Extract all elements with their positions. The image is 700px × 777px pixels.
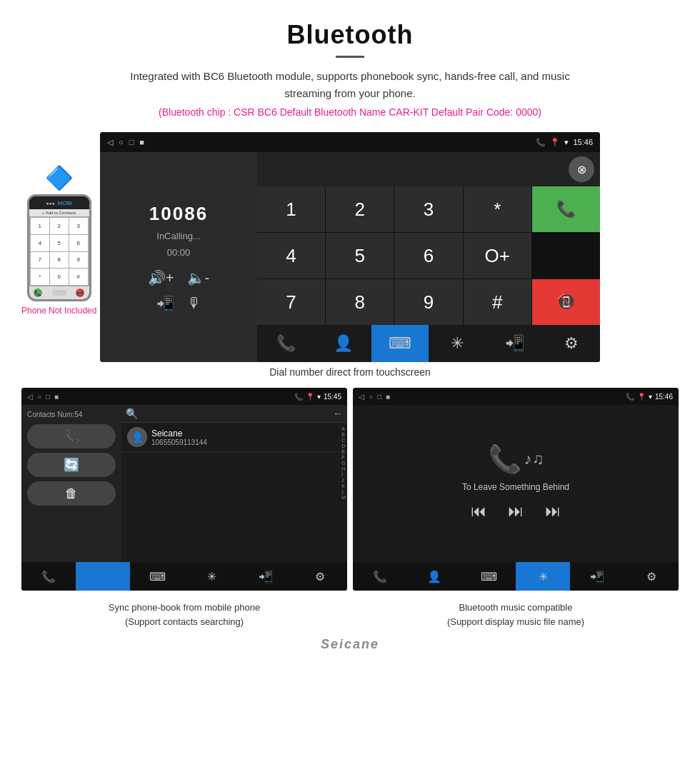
music-nav-calls[interactable]: 📞 — [353, 562, 407, 591]
key-6: 6 — [69, 235, 88, 251]
call-button[interactable]: 📞 — [532, 186, 600, 232]
key-3[interactable]: 3 — [394, 186, 462, 232]
phonebook-status-bar: ◁ ○ □ ■ 📞 📍 ▾ 15:45 — [21, 388, 347, 405]
music-nav-bluetooth[interactable]: ✳ — [516, 562, 570, 591]
key-0plus[interactable]: O+ — [464, 233, 531, 279]
music-notify-icon: ■ — [386, 393, 390, 401]
pb-call-btn[interactable]: 📞 — [27, 424, 116, 448]
prev-track-button[interactable]: ⏮ — [471, 502, 486, 521]
wifi-icon: ▾ — [564, 138, 569, 147]
key-8[interactable]: 8 — [326, 279, 394, 325]
key-2[interactable]: 2 — [326, 186, 394, 232]
music-nav-dialpad[interactable]: ⌨ — [461, 562, 516, 591]
contact-item[interactable]: 👤 Seicane 10655059113144 — [121, 423, 347, 452]
recent-icon: □ — [129, 138, 134, 146]
music-nav-settings[interactable]: ⚙ — [624, 562, 679, 591]
pb-notify-icon: ■ — [54, 393, 59, 401]
end-call-button[interactable]: 📵 — [532, 279, 600, 325]
nav-calls-button[interactable]: 📞 — [257, 325, 314, 362]
key-8: 8 — [50, 252, 69, 269]
key-star: * — [31, 269, 49, 285]
dial-number: 10086 — [149, 203, 208, 225]
nav-dialpad-button[interactable]: ⌨ — [371, 325, 429, 362]
dial-area: 10086 InCalling... 00:00 🔊+ 🔈- 📲 🎙 — [100, 152, 600, 362]
main-screen: ◁ ○ □ ■ 📞 📍 ▾ 15:46 10086 InCalling... — [100, 132, 600, 362]
contact-avatar: 👤 — [127, 427, 147, 447]
next-track-button[interactable]: ⏭ — [545, 502, 561, 521]
key-7: 7 — [31, 252, 49, 269]
volume-up-icon[interactable]: 🔊+ — [148, 269, 174, 286]
backspace-button[interactable]: ⊗ — [569, 156, 594, 182]
key-1[interactable]: 1 — [257, 186, 325, 232]
page-header: Bluetooth Integrated with BC6 Bluetooth … — [0, 0, 700, 125]
page-description: Integrated with BC6 Bluetooth module, su… — [107, 68, 593, 102]
pb-bottom-nav: 📞 👤 ⌨ ✳ 📲 ⚙ — [21, 562, 347, 591]
music-status-bar: ◁ ○ □ ■ 📞 📍 ▾ 15:46 — [353, 388, 679, 405]
nav-bluetooth-button[interactable]: ✳ — [429, 325, 486, 362]
nav-settings-button[interactable]: ⚙ — [543, 325, 600, 362]
dial-status: InCalling... — [156, 231, 200, 241]
phone-mockup-section: 🔷 ●●● MOBI + Add to Contacts 1 2 3 4 5 6 — [21, 164, 96, 316]
pb-call-icon: 📞 — [294, 393, 303, 401]
key-5[interactable]: 5 — [326, 233, 394, 279]
music-back-icon: ◁ — [359, 393, 364, 401]
dial-left: 10086 InCalling... 00:00 🔊+ 🔈- 📲 🎙 — [100, 152, 257, 362]
dial-icon-row: 📲 🎙 — [156, 295, 201, 312]
music-wifi-icon: ▾ — [649, 393, 652, 401]
phone-end-btn: 📵 — [76, 289, 84, 297]
pb-nav-bluetooth[interactable]: ✳ — [184, 562, 239, 591]
search-input[interactable] — [142, 408, 329, 419]
music-home-icon: ○ — [369, 393, 373, 401]
music-call-icon: 📞 — [626, 393, 634, 401]
dial-volume-row: 🔊+ 🔈- — [148, 269, 209, 286]
pb-nav-transfer[interactable]: 📲 — [239, 562, 293, 591]
pb-recent-icon: □ — [46, 393, 50, 401]
pb-sync-btn[interactable]: 🔄 — [27, 453, 116, 477]
notification-icon: ■ — [139, 138, 144, 146]
phonebook-status-left: ◁ ○ □ ■ — [27, 393, 59, 401]
key-hash: # — [69, 269, 88, 285]
nav-transfer-button[interactable]: 📲 — [486, 325, 543, 362]
pb-right-wrapper: 🔍 ← 👤 Seicane 10655059113144 — [121, 405, 347, 562]
pb-nav-calls[interactable]: 📞 — [21, 562, 76, 591]
music-status-left: ◁ ○ □ ■ — [359, 393, 390, 401]
contact-name: Seicane — [151, 428, 207, 438]
pb-left: Contacts Num:54 📞 🔄 🗑 — [21, 405, 121, 562]
key-7[interactable]: 7 — [257, 279, 325, 325]
key-star[interactable]: * — [464, 186, 531, 232]
backspace-icon[interactable]: ← — [333, 408, 343, 419]
pb-right: 🔍 ← 👤 Seicane 10655059113144 — [121, 405, 347, 452]
phonebook-panel: ◁ ○ □ ■ 📞 📍 ▾ 15:45 Contacts Num:54 📞 🔄 — [21, 388, 347, 591]
music-controls: ⏮ ⏭ ⏭ — [471, 502, 561, 521]
key-9: 9 — [69, 252, 88, 269]
music-status-right: 📞 📍 ▾ 15:46 — [626, 393, 673, 401]
mic-icon[interactable]: 🎙 — [187, 295, 201, 312]
music-nav-transfer[interactable]: 📲 — [570, 562, 624, 591]
phone-bottom-bar: 📞 📵 — [29, 286, 89, 299]
phonebook-status-right: 📞 📍 ▾ 15:45 — [294, 393, 341, 401]
dial-input[interactable] — [263, 166, 563, 172]
status-bar-right: 📞 📍 ▾ 15:46 — [536, 138, 593, 147]
phone-screen: + Add to Contacts 1 2 3 4 5 6 7 8 9 * 0 … — [29, 209, 89, 286]
pb-delete-btn[interactable]: 🗑 — [27, 481, 116, 506]
volume-down-icon[interactable]: 🔈- — [187, 269, 210, 286]
transfer-icon[interactable]: 📲 — [156, 295, 174, 312]
music-time: 15:46 — [655, 393, 673, 401]
pb-nav-contacts[interactable]: 👤 — [76, 562, 130, 591]
status-bar-left: ◁ ○ □ ■ — [107, 138, 144, 147]
nav-contacts-button[interactable]: 👤 — [314, 325, 371, 362]
contact-info: Seicane 10655059113144 — [151, 428, 207, 446]
pb-nav-settings[interactable]: ⚙ — [293, 562, 347, 591]
key-4[interactable]: 4 — [257, 233, 325, 279]
dial-timer: 00:00 — [167, 247, 191, 258]
key-hash[interactable]: # — [464, 279, 531, 325]
alpha-list: A B C D E F G H I J K L M — [341, 426, 346, 500]
music-nav-contacts[interactable]: 👤 — [407, 562, 461, 591]
phone-graphic: ●●● MOBI + Add to Contacts 1 2 3 4 5 6 7… — [21, 194, 96, 316]
contact-number: 10655059113144 — [151, 438, 207, 446]
play-pause-button[interactable]: ⏭ — [508, 502, 524, 521]
key-6[interactable]: 6 — [394, 233, 462, 279]
music-body: 📞 ♪♫ To Leave Something Behind ⏮ ⏭ ⏭ — [353, 405, 679, 562]
key-9[interactable]: 9 — [394, 279, 462, 325]
pb-nav-dialpad[interactable]: ⌨ — [130, 562, 184, 591]
